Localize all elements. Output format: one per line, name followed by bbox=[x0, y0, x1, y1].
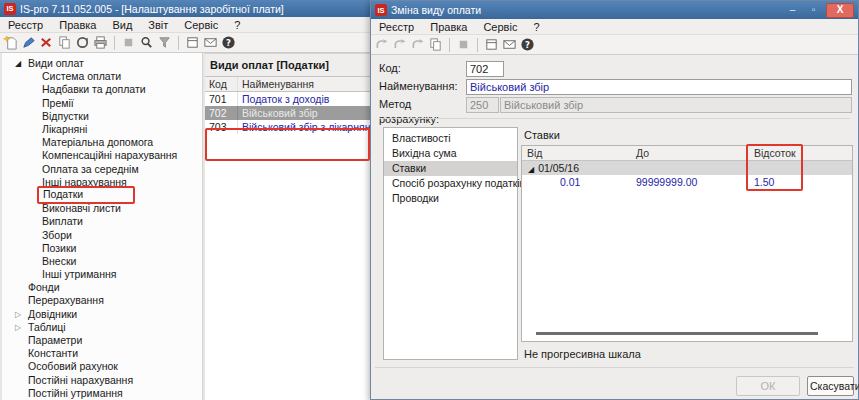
tree-item[interactable]: Постійні нарахування bbox=[2, 374, 202, 387]
menu-vyd[interactable]: Вид bbox=[104, 18, 140, 32]
tree-item[interactable]: Виплати bbox=[2, 215, 202, 228]
dialog-menu-servis[interactable]: Сервіс bbox=[475, 20, 525, 34]
menu-zvit[interactable]: Звіт bbox=[140, 18, 176, 32]
nav-item-vykhidna-suma[interactable]: Вихідна сума bbox=[384, 146, 517, 161]
tree-item[interactable]: Перерахування bbox=[2, 294, 202, 307]
window-icon[interactable] bbox=[185, 35, 200, 50]
name-field[interactable]: Військовий збір bbox=[466, 79, 852, 95]
tree-item[interactable]: Компенсаційні нарахування bbox=[2, 149, 202, 162]
tree-item[interactable]: Відпустки bbox=[2, 110, 202, 123]
tree-item[interactable]: Інші утримання bbox=[2, 268, 202, 281]
nav-item-provodky[interactable]: Проводки bbox=[384, 191, 517, 206]
nav-item-vlastyvosti[interactable]: Властивості bbox=[384, 131, 517, 146]
help-icon[interactable]: ? bbox=[520, 37, 535, 52]
new-icon[interactable] bbox=[3, 35, 18, 50]
filter-icon[interactable] bbox=[157, 35, 172, 50]
red-annotation-box: Податки bbox=[37, 186, 135, 204]
maximize-button[interactable]: ▫ bbox=[805, 4, 822, 17]
table-row-701[interactable]: 701 Податок з доходів bbox=[205, 92, 372, 106]
minimize-button[interactable]: – bbox=[784, 4, 801, 17]
rates-group-row[interactable]: ◢01/05/16 bbox=[522, 161, 852, 175]
cancel-button[interactable]: Скасувати bbox=[807, 376, 854, 396]
window-icon[interactable] bbox=[484, 37, 499, 52]
separator bbox=[375, 367, 854, 368]
expanded-triangle-icon[interactable] bbox=[8, 57, 28, 70]
page-forward-icon[interactable] bbox=[392, 37, 407, 52]
page-back-icon[interactable] bbox=[374, 37, 389, 52]
close-button[interactable]: X bbox=[826, 3, 854, 18]
dialog-nav-list: Властивості Вихідна сума Ставки Спосіб р… bbox=[383, 127, 518, 360]
tree-item[interactable]: Таблиці bbox=[2, 321, 202, 334]
menu-help[interactable]: ? bbox=[226, 18, 248, 32]
table-row-703[interactable]: 703 Військовий збір з лікарняних ПФУ bbox=[205, 120, 372, 134]
rates-data-row[interactable]: 0.01 99999999.00 1.50 bbox=[522, 175, 852, 190]
pay-table-header: Код Найменування bbox=[205, 77, 372, 92]
column-code[interactable]: Код bbox=[205, 77, 238, 91]
dialog-titlebar[interactable]: IS Зміна виду оплати – ▫ X bbox=[371, 1, 858, 19]
collapsed-triangle-icon[interactable] bbox=[8, 321, 28, 334]
tree-item[interactable]: Премії bbox=[2, 97, 202, 110]
tree-item[interactable]: Особовий рахунок bbox=[2, 360, 202, 373]
pay-types-title: Види оплат [Податки] bbox=[205, 54, 372, 76]
mail-icon[interactable] bbox=[203, 35, 218, 50]
mail-icon[interactable] bbox=[502, 37, 517, 52]
tree-item[interactable]: Оплата за середнім bbox=[2, 163, 202, 176]
help-icon[interactable]: ? bbox=[221, 35, 236, 50]
tree-item-vydy-oplat[interactable]: Види оплат bbox=[2, 57, 202, 70]
tree-item[interactable]: Довідники bbox=[2, 308, 202, 321]
svg-text:?: ? bbox=[226, 38, 231, 48]
toolbar-separator bbox=[114, 36, 115, 50]
tree-item[interactable]: Постійні утримання bbox=[2, 387, 202, 400]
dialog-menu-help[interactable]: ? bbox=[525, 20, 547, 34]
expanded-triangle-icon[interactable]: ◢ bbox=[528, 165, 534, 174]
print-icon[interactable] bbox=[93, 35, 108, 50]
edit-icon[interactable] bbox=[21, 35, 36, 50]
dialog-title: Зміна виду оплати bbox=[391, 4, 481, 16]
refresh-icon[interactable] bbox=[75, 35, 90, 50]
app-logo-icon: IS bbox=[375, 4, 387, 16]
tree-item[interactable]: Система оплати bbox=[2, 70, 202, 83]
page-end-icon[interactable] bbox=[410, 37, 425, 52]
code-field[interactable]: 702 bbox=[466, 61, 504, 77]
rates-table-header: Від До Відсоток bbox=[522, 146, 852, 161]
column-name[interactable]: Найменування bbox=[238, 77, 372, 91]
dialog-change-pay-type: IS Зміна виду оплати – ▫ X Реєстр Правка… bbox=[370, 0, 859, 400]
horizontal-scrollbar[interactable] bbox=[536, 332, 818, 335]
nav-item-sposib-rozrakhunku[interactable]: Спосіб розрахунку податків bbox=[384, 176, 517, 191]
stop-icon[interactable] bbox=[121, 35, 136, 50]
stop-icon[interactable] bbox=[456, 37, 471, 52]
menu-pravka[interactable]: Правка bbox=[51, 18, 104, 32]
tree-item-podatky[interactable]: Податки bbox=[2, 189, 202, 202]
menu-servis[interactable]: Сервіс bbox=[176, 18, 226, 32]
copy-icon[interactable] bbox=[428, 37, 443, 52]
main-window: IS IS-pro 7.11.052.005 - [Налаштування з… bbox=[0, 0, 859, 400]
tree-item[interactable]: Константи bbox=[2, 347, 202, 360]
column-percent[interactable]: Відсоток bbox=[750, 146, 852, 160]
column-from[interactable]: Від bbox=[522, 146, 634, 160]
column-to[interactable]: До bbox=[634, 146, 750, 160]
tree-item[interactable]: Фонди bbox=[2, 281, 202, 294]
tree-item[interactable]: Позики bbox=[2, 242, 202, 255]
tree-item[interactable]: Параметри bbox=[2, 334, 202, 347]
dialog-menu-reestr[interactable]: Реєстр bbox=[371, 20, 422, 34]
copy-icon[interactable] bbox=[57, 35, 72, 50]
code-label: Код: bbox=[379, 61, 464, 76]
tree-item[interactable]: Надбавки та доплати bbox=[2, 83, 202, 96]
method-code-field: 250 bbox=[466, 97, 499, 113]
collapsed-triangle-icon[interactable] bbox=[8, 308, 28, 321]
delete-icon[interactable] bbox=[39, 35, 54, 50]
tree-item[interactable]: Внески bbox=[2, 255, 202, 268]
ok-button[interactable]: ОК bbox=[736, 376, 800, 396]
search-icon[interactable] bbox=[139, 35, 154, 50]
nav-item-stavky-selected[interactable]: Ставки bbox=[384, 161, 517, 176]
main-window-title: IS-pro 7.11.052.005 - [Налаштування заро… bbox=[20, 3, 284, 15]
tree-item[interactable]: Лікарняні bbox=[2, 123, 202, 136]
toolbar-separator bbox=[178, 36, 179, 50]
dialog-menu-pravka[interactable]: Правка bbox=[422, 20, 475, 34]
toolbar-separator bbox=[477, 38, 478, 52]
tree-item[interactable]: Виконавчі листи bbox=[2, 202, 202, 215]
tree-item[interactable]: Збори bbox=[2, 228, 202, 241]
table-row-702-selected[interactable]: 702 Військовий збір bbox=[205, 106, 372, 120]
tree-item[interactable]: Матеріальна допомога bbox=[2, 136, 202, 149]
menu-reestr[interactable]: Реєстр bbox=[0, 18, 51, 32]
